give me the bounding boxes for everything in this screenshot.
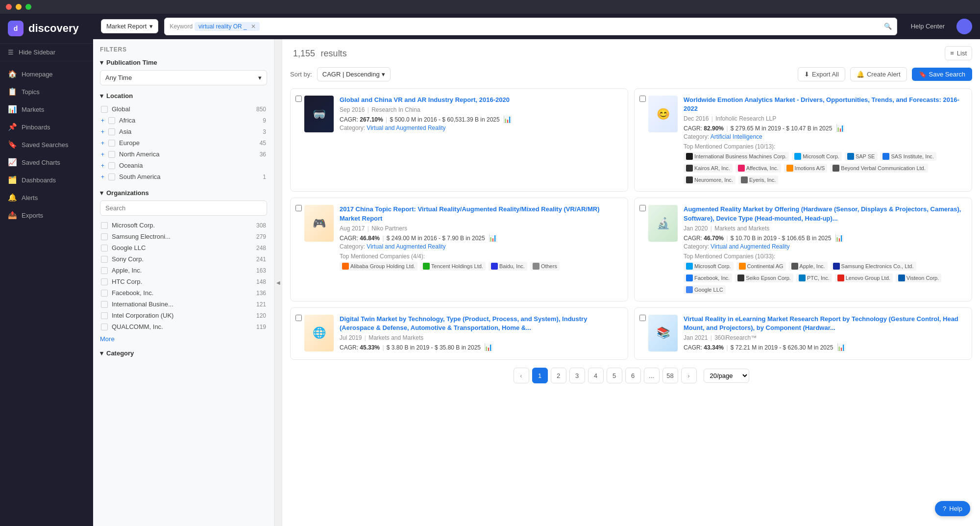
sidebar-item-exports[interactable]: 📤 Exports <box>0 206 93 224</box>
chart-bar-icon-4[interactable]: 📊 <box>835 234 843 242</box>
more-orgs-link[interactable]: More <box>100 335 115 343</box>
checkbox-north-america[interactable] <box>108 151 115 158</box>
org-htc[interactable]: HTC Corp. 148 <box>100 276 267 287</box>
expand-africa-btn[interactable]: + <box>101 117 104 124</box>
category-header[interactable]: ▾ Category <box>100 350 267 357</box>
org-intel[interactable]: Intel Corporation (UK) 120 <box>100 310 267 321</box>
checkbox-south-america[interactable] <box>108 174 115 180</box>
location-south-america[interactable]: + South America 1 <box>100 171 267 182</box>
org-google[interactable]: Google LLC 248 <box>100 242 267 253</box>
location-north-america[interactable]: + North America 36 <box>100 149 267 160</box>
card-1-title[interactable]: Global and China VR and AR Industry Repo… <box>340 96 621 104</box>
card-2-category-link[interactable]: Artificial Intelligence <box>710 133 762 140</box>
publication-time-select[interactable]: Any Time ▾ <box>100 70 267 85</box>
sidebar-item-pinboards[interactable]: 📌 Pinboards <box>0 118 93 136</box>
chart-bar-icon[interactable]: 📊 <box>503 115 512 123</box>
sidebar-item-homepage[interactable]: 🏠 Homepage <box>0 65 93 83</box>
card-5-thumb: 🌐 <box>304 315 334 351</box>
card-4-title[interactable]: Augmented Reality Market by Offering (Ha… <box>684 205 965 223</box>
prev-page-btn[interactable]: ‹ <box>514 368 529 383</box>
export-all-btn[interactable]: ⬇ Export All <box>798 67 845 81</box>
sidebar-item-markets[interactable]: 📊 Markets <box>0 100 93 118</box>
clear-keyword-btn[interactable]: ✕ <box>251 23 256 30</box>
expand-south-america-btn[interactable]: + <box>101 174 104 180</box>
org-apple[interactable]: Apple, Inc. 163 <box>100 265 267 276</box>
publication-time-header[interactable]: ▾ Publication Time <box>100 59 267 66</box>
search-type-select[interactable]: Market Report ▾ <box>101 19 158 33</box>
collapse-filter-btn[interactable]: ◀ <box>274 39 282 526</box>
checkbox-asia[interactable] <box>108 128 115 135</box>
card-3-checkbox[interactable] <box>295 205 302 211</box>
checkbox-oceania[interactable] <box>108 162 115 169</box>
company-apple-4: Apple, Inc. <box>789 262 828 271</box>
card-2-title[interactable]: Worldwide Emotion Analytics Market - Dri… <box>684 96 965 113</box>
chart-bar-icon-6[interactable]: 📊 <box>837 343 845 351</box>
page-3-btn[interactable]: 3 <box>569 368 585 383</box>
card-2-checkbox[interactable] <box>639 96 646 102</box>
expand-oceania-btn[interactable]: + <box>101 162 104 169</box>
page-5-btn[interactable]: 5 <box>607 368 622 383</box>
create-alert-btn[interactable]: 🔔 Create Alert <box>850 67 907 81</box>
per-page-select[interactable]: 20/page 50/page 100/page <box>704 369 749 383</box>
card-6-checkbox[interactable] <box>639 315 646 321</box>
org-ibm[interactable]: International Busine... 121 <box>100 299 267 310</box>
chart-bar-icon-3[interactable]: 📊 <box>489 234 497 242</box>
maximize-dot[interactable] <box>25 4 31 10</box>
location-oceania[interactable]: + Oceania <box>100 160 267 171</box>
page-58-btn[interactable]: 58 <box>662 368 678 383</box>
minimize-dot[interactable] <box>16 4 22 10</box>
hide-sidebar-btn[interactable]: ☰ Hide Sidebar <box>0 44 93 61</box>
sidebar-item-saved-charts[interactable]: 📈 Saved Charts <box>0 153 93 171</box>
list-view-btn[interactable]: ≡ List <box>945 46 972 60</box>
org-samsung[interactable]: Samsung Electroni... 279 <box>100 231 267 242</box>
chart-bar-icon-5[interactable]: 📊 <box>484 343 492 351</box>
card-5-title[interactable]: Digital Twin Market by Technology, Type … <box>340 315 621 332</box>
location-header[interactable]: ▾ Location <box>100 92 267 100</box>
card-3-category-link[interactable]: Virtual and Augmented Reality <box>367 243 445 250</box>
organizations-search-input[interactable] <box>100 200 267 216</box>
card-4-category-link[interactable]: Virtual and Augmented Reality <box>710 243 789 250</box>
page-4-btn[interactable]: 4 <box>588 368 604 383</box>
app-logo: d <box>8 21 24 36</box>
sidebar-item-saved-searches[interactable]: 🔖 Saved Searches <box>0 136 93 153</box>
user-avatar[interactable] <box>956 19 972 34</box>
card-1-cagr: CAGR: 267.10% | $ 500.0 M in 2016 - $ 60… <box>340 115 621 123</box>
search-bar[interactable]: Keyword virtual reality OR _ ✕ 🔍 <box>164 18 897 35</box>
org-qualcomm[interactable]: QUALCOMM, Inc. 119 <box>100 321 267 332</box>
card-3-title[interactable]: 2017 China Topic Report: Virtual Reality… <box>340 205 621 223</box>
org-facebook[interactable]: Facebook, Inc. 136 <box>100 287 267 299</box>
sort-select[interactable]: CAGR | Descending ▾ <box>317 67 391 81</box>
checkbox-global[interactable] <box>101 106 108 113</box>
checkbox-africa[interactable] <box>108 117 115 124</box>
checkbox-europe[interactable] <box>108 140 115 147</box>
sidebar-item-alerts[interactable]: 🔔 Alerts <box>0 189 93 206</box>
chart-bar-icon-2[interactable]: 📊 <box>836 124 844 132</box>
page-6-btn[interactable]: 6 <box>625 368 641 383</box>
org-sony[interactable]: Sony Corp. 241 <box>100 253 267 265</box>
expand-europe-btn[interactable]: + <box>101 140 104 147</box>
card-6-title[interactable]: Virtual Reality in eLearning Market Rese… <box>684 315 965 332</box>
search-submit-icon[interactable]: 🔍 <box>884 23 892 30</box>
location-europe[interactable]: + Europe 45 <box>100 137 267 149</box>
location-africa[interactable]: + Africa 9 <box>100 115 267 126</box>
location-global[interactable]: Global 850 <box>100 103 267 115</box>
help-float-btn[interactable]: ? Help <box>935 501 970 516</box>
next-page-btn[interactable]: › <box>681 368 697 383</box>
card-1-category-link[interactable]: Virtual and Augmented Reality <box>367 125 445 131</box>
expand-north-america-btn[interactable]: + <box>101 151 104 158</box>
help-center-link[interactable]: Help Center <box>911 23 945 30</box>
location-asia[interactable]: + Asia 3 <box>100 126 267 137</box>
saved-charts-icon: 📈 <box>8 158 17 167</box>
sidebar-item-dashboards[interactable]: 🗂️ Dashboards <box>0 171 93 189</box>
page-2-btn[interactable]: 2 <box>551 368 566 383</box>
expand-asia-btn[interactable]: + <box>101 128 104 135</box>
close-dot[interactable] <box>6 4 12 10</box>
sidebar-item-topics[interactable]: 📋 Topics <box>0 83 93 100</box>
card-5-checkbox[interactable] <box>295 315 302 321</box>
card-4-checkbox[interactable] <box>639 205 646 211</box>
page-1-btn[interactable]: 1 <box>532 368 548 383</box>
save-search-btn[interactable]: 🔖 Save Search <box>912 68 972 81</box>
org-microsoft[interactable]: Microsoft Corp. 308 <box>100 220 267 231</box>
organizations-header[interactable]: ▾ Organizations <box>100 189 267 197</box>
card-1-checkbox[interactable] <box>295 96 302 102</box>
